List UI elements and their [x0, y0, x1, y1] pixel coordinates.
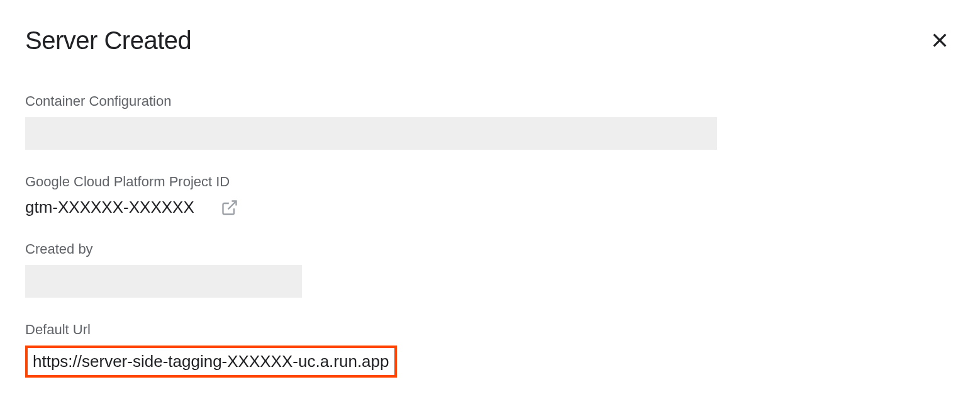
default-url-value: https://server-side-tagging-XXXXXX-uc.a.… — [25, 346, 397, 378]
created-by-value-redacted — [25, 265, 302, 298]
close-button[interactable] — [925, 25, 955, 55]
project-id-value: gtm-XXXXXX-XXXXXX — [25, 198, 194, 217]
created-by-field: Created by — [25, 241, 955, 298]
container-config-value-redacted — [25, 117, 717, 150]
open-external-button[interactable] — [221, 199, 238, 216]
project-id-row: gtm-XXXXXX-XXXXXX — [25, 198, 955, 217]
dialog-title: Server Created — [25, 26, 191, 55]
container-config-field: Container Configuration — [25, 93, 955, 150]
container-config-label: Container Configuration — [25, 93, 955, 110]
default-url-label: Default Url — [25, 322, 955, 338]
close-icon — [930, 30, 950, 50]
default-url-field: Default Url https://server-side-tagging-… — [25, 322, 955, 378]
svg-line-2 — [228, 201, 236, 209]
project-id-field: Google Cloud Platform Project ID gtm-XXX… — [25, 174, 955, 217]
external-link-icon — [221, 199, 238, 216]
created-by-label: Created by — [25, 241, 955, 257]
dialog-header: Server Created — [25, 25, 955, 55]
project-id-label: Google Cloud Platform Project ID — [25, 174, 955, 190]
